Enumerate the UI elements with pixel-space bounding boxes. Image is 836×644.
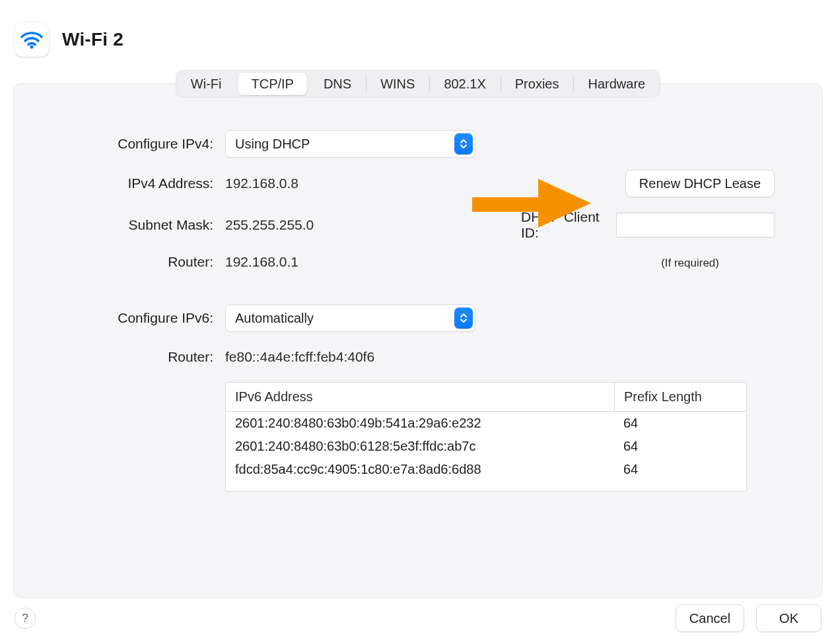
column-ipv6-address[interactable]: IPv6 Address: [226, 383, 614, 411]
subnet-mask-label: Subnet Mask:: [61, 217, 213, 233]
renew-dhcp-lease-button[interactable]: Renew DHCP Lease: [625, 170, 775, 197]
configure-ipv4-label: Configure IPv4:: [61, 136, 213, 152]
dhcp-client-id-hint: (If required): [661, 257, 719, 269]
configure-ipv4-select[interactable]: Using DHCP: [225, 130, 475, 158]
network-preferences-window: Wi-Fi 2 Wi-FiTCP/IPDNSWINS802.1XProxiesH…: [0, 0, 836, 644]
subnet-mask-value: 255.255.255.0: [225, 217, 509, 233]
prefix-length-cell: 64: [614, 435, 746, 458]
cancel-button[interactable]: Cancel: [676, 604, 744, 632]
table-row[interactable]: 2601:240:8480:63b0:6128:5e3f:ffdc:ab7c64: [226, 435, 746, 458]
wifi-icon: [15, 22, 49, 57]
header: Wi-Fi 2: [0, 0, 836, 71]
configure-ipv4-value: Using DHCP: [235, 137, 310, 152]
ipv4-address-value: 192.168.0.8: [225, 176, 509, 191]
ipv4-router-label: Router:: [61, 254, 213, 270]
ipv6-router-value: fe80::4a4e:fcff:feb4:40f6: [225, 349, 775, 365]
table-row[interactable]: fdcd:85a4:cc9c:4905:1c80:e7a:8ad6:6d8864: [226, 458, 746, 481]
prefix-length-cell: 64: [614, 458, 746, 481]
help-button[interactable]: ?: [15, 608, 36, 629]
column-prefix-length[interactable]: Prefix Length: [614, 383, 746, 411]
ipv4-address-label: IPv4 Address:: [61, 176, 213, 191]
footer: ? Cancel OK: [0, 604, 836, 632]
tab-proxies[interactable]: Proxies: [501, 71, 574, 97]
tab-wins[interactable]: WINS: [366, 71, 429, 97]
tab-tcp-ip[interactable]: TCP/IP: [238, 73, 306, 95]
dhcp-client-id-input[interactable]: [617, 213, 784, 237]
ipv6-address-cell: 2601:240:8480:63b0:6128:5e3f:ffdc:ab7c: [226, 435, 614, 458]
ipv6-address-cell: fdcd:85a4:cc9c:4905:1c80:e7a:8ad6:6d88: [226, 458, 614, 481]
ipv6-address-cell: 2601:240:8480:63b0:49b:541a:29a6:e232: [226, 412, 614, 435]
ipv6-router-label: Router:: [61, 349, 213, 365]
tab-802-1x[interactable]: 802.1X: [429, 71, 500, 97]
configure-ipv6-select[interactable]: Automatically: [225, 304, 475, 332]
ok-button[interactable]: OK: [756, 604, 821, 632]
ipv6-address-table: IPv6 Address Prefix Length 2601:240:8480…: [225, 382, 747, 492]
chevron-up-down-icon: [454, 133, 473, 154]
dhcp-client-id-field[interactable]: [616, 212, 775, 238]
page-title: Wi-Fi 2: [62, 29, 123, 50]
settings-panel: Configure IPv4: Using DHCP IPv4 Address:…: [13, 83, 823, 598]
ipv4-router-value: 192.168.0.1: [225, 254, 509, 270]
tab-dns[interactable]: DNS: [309, 71, 366, 97]
tab-wi-fi[interactable]: Wi-Fi: [176, 71, 236, 97]
tab-bar: Wi-FiTCP/IPDNSWINS802.1XProxiesHardware: [176, 70, 660, 98]
table-row[interactable]: 2601:240:8480:63b0:49b:541a:29a6:e23264: [226, 412, 746, 435]
prefix-length-cell: 64: [614, 412, 746, 435]
svg-point-0: [30, 45, 33, 48]
configure-ipv6-value: Automatically: [235, 311, 314, 326]
configure-ipv6-label: Configure IPv6:: [61, 310, 213, 326]
chevron-up-down-icon: [454, 307, 473, 329]
dhcp-client-id-label: DHCP Client ID:: [521, 209, 607, 241]
tab-hardware[interactable]: Hardware: [573, 71, 660, 97]
